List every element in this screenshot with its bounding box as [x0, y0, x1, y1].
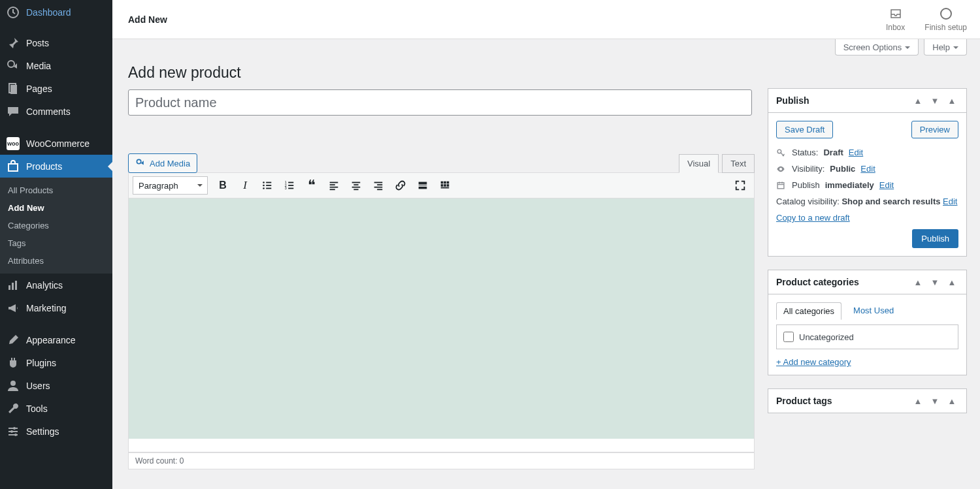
- svg-point-13: [941, 8, 951, 19]
- format-select[interactable]: Paragraph: [133, 176, 208, 195]
- add-new-category-link[interactable]: + Add new category: [776, 357, 851, 367]
- add-media-button[interactable]: Add Media: [128, 153, 197, 173]
- edit-publish-link[interactable]: Edit: [879, 180, 894, 190]
- sidebar-item-tools[interactable]: Tools: [0, 397, 112, 420]
- svg-rect-28: [330, 184, 335, 185]
- screen-options-tab[interactable]: Screen Options: [835, 39, 919, 55]
- category-uncategorized[interactable]: Uncategorized: [783, 332, 951, 342]
- tab-all-categories[interactable]: All categories: [776, 302, 841, 320]
- editor-toolbar: Paragraph B I 123 ❝: [129, 173, 754, 198]
- tab-visual[interactable]: Visual: [679, 154, 719, 173]
- svg-rect-18: [266, 185, 271, 186]
- media-icon: [7, 59, 20, 72]
- inbox-button[interactable]: Inbox: [886, 7, 905, 32]
- sidebar-item-woocommerce[interactable]: woo WooCommerce: [0, 132, 112, 155]
- save-draft-button[interactable]: Save Draft: [776, 121, 833, 138]
- move-down-icon[interactable]: ▼: [928, 96, 941, 106]
- sidebar-label: Appearance: [26, 335, 76, 345]
- read-more-button[interactable]: [413, 176, 433, 195]
- sidebar-label: Media: [26, 61, 51, 71]
- uncategorized-checkbox[interactable]: [783, 332, 794, 342]
- submenu-categories[interactable]: Categories: [0, 217, 112, 234]
- svg-point-11: [14, 434, 17, 436]
- copy-draft-link[interactable]: Copy to a new draft: [776, 213, 850, 223]
- publish-button[interactable]: Publish: [912, 229, 958, 248]
- add-media-label: Add Media: [150, 159, 190, 168]
- align-left-button[interactable]: [324, 176, 344, 195]
- edit-catalog-link[interactable]: Edit: [943, 197, 957, 206]
- sidebar-item-comments[interactable]: Comments: [0, 100, 112, 123]
- submenu-tags[interactable]: Tags: [0, 234, 112, 252]
- svg-rect-29: [330, 187, 338, 188]
- svg-rect-27: [330, 182, 338, 183]
- quote-button[interactable]: ❝: [302, 176, 321, 195]
- sidebar-label: Dashboard: [26, 7, 71, 18]
- catalog-value: Shop and search results: [841, 197, 940, 206]
- move-up-icon[interactable]: ▲: [911, 96, 924, 106]
- sidebar-item-products[interactable]: Products: [0, 155, 112, 178]
- svg-text:3: 3: [285, 186, 287, 190]
- link-button[interactable]: [391, 176, 410, 195]
- tab-most-used[interactable]: Most Used: [847, 302, 900, 320]
- align-right-button[interactable]: [368, 176, 388, 195]
- pin-icon: [7, 37, 20, 50]
- sidebar-item-analytics[interactable]: Analytics: [0, 274, 112, 296]
- editor-canvas[interactable]: [129, 198, 754, 439]
- sidebar-item-posts[interactable]: Posts: [0, 31, 112, 54]
- toggle-panel-icon[interactable]: ▲: [945, 96, 958, 106]
- products-submenu: All Products Add New Categories Tags Att…: [0, 178, 112, 274]
- svg-rect-48: [441, 187, 449, 189]
- edit-visibility-link[interactable]: Edit: [860, 164, 875, 174]
- svg-rect-12: [891, 10, 900, 18]
- sidebar-item-appearance[interactable]: Appearance: [0, 328, 112, 351]
- tags-heading: Product tags: [776, 396, 832, 406]
- admin-topbar: Add New Inbox Finish setup: [112, 0, 980, 39]
- preview-button[interactable]: Preview: [911, 121, 958, 138]
- finish-setup-button[interactable]: Finish setup: [924, 7, 967, 32]
- page-title: Add new product: [128, 55, 967, 88]
- svg-rect-22: [288, 182, 293, 183]
- product-name-input[interactable]: [128, 89, 752, 116]
- chevron-down-icon: [905, 46, 910, 52]
- comment-icon: [7, 105, 20, 118]
- sidebar-item-media[interactable]: Media: [0, 54, 112, 77]
- toggle-panel-icon[interactable]: ▲: [945, 396, 958, 406]
- italic-button[interactable]: I: [235, 176, 255, 195]
- move-up-icon[interactable]: ▲: [911, 277, 924, 287]
- toolbar-toggle-button[interactable]: [435, 176, 455, 195]
- move-down-icon[interactable]: ▼: [928, 396, 941, 406]
- toggle-panel-icon[interactable]: ▲: [945, 277, 958, 287]
- catalog-label: Catalog visibility:: [776, 197, 840, 206]
- sidebar-item-users[interactable]: Users: [0, 374, 112, 397]
- svg-rect-26: [288, 188, 293, 189]
- sidebar-item-marketing[interactable]: Marketing: [0, 296, 112, 319]
- submenu-add-new[interactable]: Add New: [0, 199, 112, 217]
- svg-rect-50: [777, 182, 784, 188]
- svg-rect-24: [288, 185, 293, 186]
- edit-status-link[interactable]: Edit: [849, 148, 863, 157]
- svg-rect-32: [353, 184, 358, 185]
- bold-button[interactable]: B: [213, 176, 233, 195]
- bullet-list-button[interactable]: [257, 176, 277, 195]
- woocommerce-icon: woo: [7, 137, 20, 150]
- move-down-icon[interactable]: ▼: [928, 277, 941, 287]
- svg-rect-41: [419, 187, 427, 189]
- fullscreen-button[interactable]: [730, 176, 750, 195]
- svg-rect-31: [352, 182, 361, 183]
- finish-setup-label: Finish setup: [924, 23, 967, 32]
- sidebar-item-dashboard[interactable]: Dashboard: [0, 0, 112, 25]
- numbered-list-button[interactable]: 123: [280, 176, 299, 195]
- sidebar-label: Tools: [26, 403, 48, 414]
- help-tab[interactable]: Help: [924, 39, 967, 55]
- sidebar-item-settings[interactable]: Settings: [0, 420, 112, 443]
- circle-icon: [939, 7, 953, 20]
- sidebar-item-plugins[interactable]: Plugins: [0, 351, 112, 374]
- align-center-button[interactable]: [346, 176, 366, 195]
- move-up-icon[interactable]: ▲: [911, 396, 924, 406]
- svg-rect-39: [419, 182, 427, 185]
- submenu-all-products[interactable]: All Products: [0, 181, 112, 199]
- sidebar-item-pages[interactable]: Pages: [0, 77, 112, 100]
- submenu-attributes[interactable]: Attributes: [0, 252, 112, 270]
- svg-point-19: [263, 187, 265, 189]
- tab-text[interactable]: Text: [722, 154, 755, 173]
